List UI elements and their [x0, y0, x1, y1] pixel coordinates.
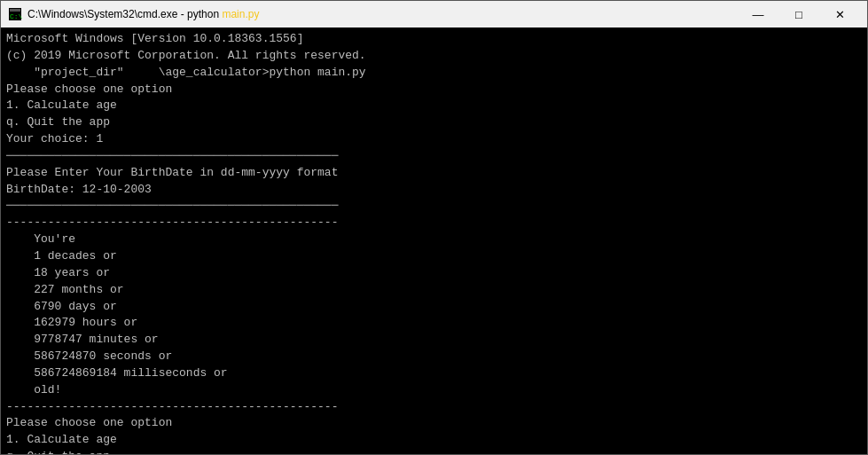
console-line: 9778747 minutes or [6, 332, 862, 349]
console-line: ----------------------------------------… [6, 399, 862, 416]
console-line: Your choice: 1 [6, 131, 862, 148]
console-line: 586724870 seconds or [6, 349, 862, 365]
title-bar: C:\ C:\Windows\System32\cmd.exe - python… [1, 1, 867, 27]
console-line: "project_dir" \age_calculator>python mai… [6, 65, 862, 82]
console-line: ────────────────────────────────────────… [6, 198, 862, 215]
svg-text:C:\: C:\ [10, 12, 22, 20]
window-icon: C:\ [8, 7, 22, 21]
console-line: 162979 hours or [6, 315, 862, 332]
close-button[interactable]: ✕ [819, 1, 860, 27]
console-line: (c) 2019 Microsoft Corporation. All righ… [6, 48, 862, 65]
console-line: 1. Calculate age [6, 432, 862, 449]
console-line: Microsoft Windows [Version 10.0.18363.15… [6, 31, 862, 48]
console-line: q. Quit the app [6, 449, 862, 454]
console-line: 1. Calculate age [6, 98, 862, 114]
console-line: q. Quit the app [6, 114, 862, 131]
svg-rect-1 [10, 9, 20, 12]
cmd-window: C:\ C:\Windows\System32\cmd.exe - python… [0, 0, 868, 455]
console-line: You're [6, 231, 862, 248]
console-output: Microsoft Windows [Version 10.0.18363.15… [1, 27, 867, 454]
console-line: 1 decades or [6, 248, 862, 265]
console-line: 18 years or [6, 265, 862, 282]
title-bar-controls: — □ ✕ [738, 1, 860, 27]
console-line: Please Enter Your BirthDate in dd-mm-yyy… [6, 165, 862, 182]
console-line: ────────────────────────────────────────… [6, 148, 862, 165]
title-bar-text: C:\Windows\System32\cmd.exe - python mai… [27, 8, 738, 20]
console-line: 227 months or [6, 282, 862, 299]
console-line: 586724869184 milliseconds or [6, 365, 862, 382]
minimize-button[interactable]: — [738, 1, 778, 27]
console-line: old! [6, 382, 862, 399]
console-line: BirthDate: 12-10-2003 [6, 182, 862, 199]
console-line: ----------------------------------------… [6, 215, 862, 231]
maximize-button[interactable]: □ [778, 1, 819, 27]
console-line: 6790 days or [6, 299, 862, 316]
console-line: Please choose one option [6, 82, 862, 98]
console-line: Please choose one option [6, 415, 862, 432]
